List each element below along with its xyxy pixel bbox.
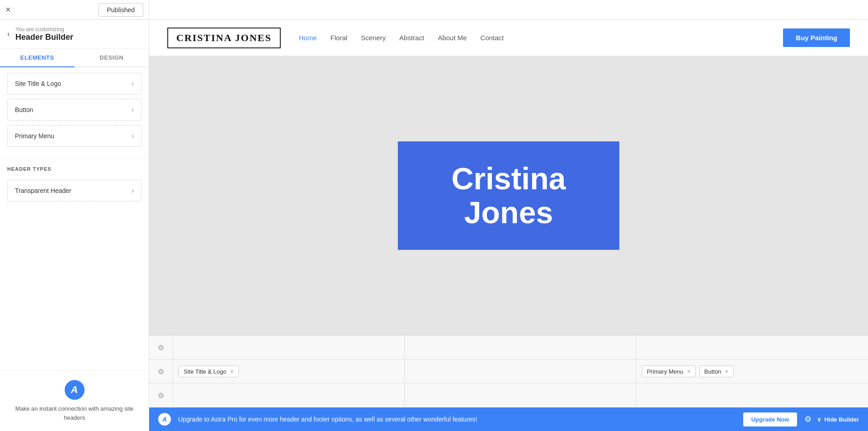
header-types-label: HEADER TYPES: [0, 161, 149, 174]
element-label-transparent-header: Transparent Header: [15, 187, 71, 194]
tab-elements[interactable]: ELEMENTS: [0, 49, 75, 67]
header-types-list: Transparent Header ›: [0, 174, 149, 211]
chip-button: Button ×: [699, 365, 734, 377]
builder-cell-1-1: [173, 336, 405, 359]
builder-row-2: ⚙ Site Title & Logo × Primary Menu ×: [149, 360, 868, 384]
builder-cell-1-2: [405, 336, 636, 359]
builder-row-2-gear[interactable]: ⚙: [149, 367, 173, 376]
builder-row-1: ⚙: [149, 336, 868, 360]
chip-primary-menu-close[interactable]: ×: [687, 368, 691, 375]
sidebar-header: ‹ You are customizing Header Builder: [0, 20, 149, 49]
close-button[interactable]: ×: [5, 5, 11, 15]
hide-builder-label: Hide Builder: [824, 416, 859, 423]
builder-cell-2-2: [405, 360, 636, 383]
bottom-bar: A Upgrade to Astra Pro for even more hea…: [149, 408, 868, 431]
astra-promo: A Make an instant connection with amazin…: [0, 370, 149, 431]
element-label-button: Button: [15, 106, 33, 113]
builder-cell-3-1: [173, 384, 405, 407]
preview-area: CRISTINA JONES Home Floral Scenery Abstr…: [149, 20, 868, 431]
bottom-bar-text: Upgrade to Astra Pro for even more heade…: [178, 416, 736, 423]
chevron-down-icon: ∨: [817, 416, 821, 423]
sidebar: ‹ You are customizing Header Builder ELE…: [0, 20, 149, 431]
builder-row-1-gear[interactable]: ⚙: [149, 343, 173, 352]
chip-site-title-logo: Site Title & Logo ×: [179, 365, 239, 377]
nav-abstract[interactable]: Abstract: [399, 34, 424, 42]
tab-design[interactable]: DESIGN: [75, 49, 149, 67]
hero-text: Cristina Jones: [451, 162, 566, 230]
nav-scenery[interactable]: Scenery: [361, 34, 386, 42]
hide-builder-button[interactable]: ∨ Hide Builder: [817, 416, 859, 423]
chip-site-title-logo-label: Site Title & Logo: [184, 368, 226, 375]
builder-cell-3-2: [405, 384, 636, 407]
builder-cell-3-3: [637, 384, 868, 407]
chevron-right-icon: ›: [132, 106, 134, 114]
element-label-primary-menu: Primary Menu: [15, 132, 54, 140]
tabs-container: ELEMENTS DESIGN: [0, 49, 149, 67]
upgrade-now-button[interactable]: Upgrade Now: [743, 412, 797, 426]
hero-line1: Cristina: [451, 161, 566, 196]
top-bar: × Published: [0, 0, 868, 20]
astra-promo-text: Make an instant connection with amazing …: [7, 404, 142, 422]
chevron-right-icon: ›: [132, 187, 134, 195]
builder-cell-1-3: [637, 336, 868, 359]
site-logo-box: CRISTINA JONES: [167, 28, 281, 48]
bottom-bar-logo-letter: A: [162, 416, 167, 423]
nav-contact[interactable]: Contact: [481, 34, 504, 42]
builder-row-1-cells: [173, 336, 868, 359]
builder-cell-2-3: Primary Menu × Button ×: [637, 360, 868, 383]
element-label-site-title-logo: Site Title & Logo: [15, 80, 61, 87]
sidebar-subtitle: You are customizing: [15, 26, 73, 33]
separator: [0, 159, 149, 159]
element-primary-menu[interactable]: Primary Menu ›: [7, 125, 142, 147]
sidebar-title: Header Builder: [15, 33, 73, 42]
builder-row-3-cells: [173, 384, 868, 407]
element-button[interactable]: Button ›: [7, 99, 142, 121]
chip-button-label: Button: [704, 368, 722, 375]
builder-cell-2-1: Site Title & Logo ×: [173, 360, 405, 383]
site-logo-text: CRISTINA JONES: [176, 32, 272, 43]
chevron-right-icon: ›: [132, 132, 134, 140]
settings-gear-button[interactable]: ⚙: [804, 414, 811, 424]
nav-floral[interactable]: Floral: [330, 34, 348, 42]
sidebar-title-group: You are customizing Header Builder: [15, 26, 73, 42]
published-button[interactable]: Published: [99, 3, 144, 17]
builder-row-2-cells: Site Title & Logo × Primary Menu × Butto…: [173, 360, 868, 383]
top-bar-left: × Published: [0, 0, 149, 19]
hero-line2: Jones: [464, 195, 553, 230]
bottom-bar-logo: A: [158, 413, 171, 426]
builder-row-3: ⚙: [149, 384, 868, 408]
main-layout: ‹ You are customizing Header Builder ELE…: [0, 20, 868, 431]
astra-logo-letter: A: [71, 384, 78, 396]
nav-home[interactable]: Home: [299, 34, 317, 42]
site-header-preview: CRISTINA JONES Home Floral Scenery Abstr…: [149, 20, 868, 56]
hero-card: Cristina Jones: [398, 141, 619, 250]
astra-logo: A: [65, 380, 85, 400]
chip-primary-menu: Primary Menu ×: [642, 365, 696, 377]
back-button[interactable]: ‹: [7, 29, 10, 39]
chip-button-close[interactable]: ×: [725, 368, 728, 375]
chip-primary-menu-label: Primary Menu: [647, 368, 684, 375]
site-nav: Home Floral Scenery Abstract About Me Co…: [299, 34, 783, 42]
bottom-bar-right: ⚙ ∨ Hide Builder: [804, 414, 859, 424]
builder-section: ⚙ ⚙ Site Title & Logo ×: [149, 335, 868, 408]
chevron-right-icon: ›: [132, 80, 134, 88]
hero-section: Cristina Jones: [149, 56, 868, 335]
nav-about-me[interactable]: About Me: [438, 34, 467, 42]
elements-list: Site Title & Logo › Button › Primary Men…: [0, 67, 149, 157]
chip-site-title-logo-close[interactable]: ×: [230, 368, 234, 375]
element-site-title-logo[interactable]: Site Title & Logo ›: [7, 73, 142, 94]
builder-row-3-gear[interactable]: ⚙: [149, 391, 173, 400]
buy-painting-button[interactable]: Buy Painting: [783, 28, 850, 47]
element-transparent-header[interactable]: Transparent Header ›: [7, 180, 142, 201]
